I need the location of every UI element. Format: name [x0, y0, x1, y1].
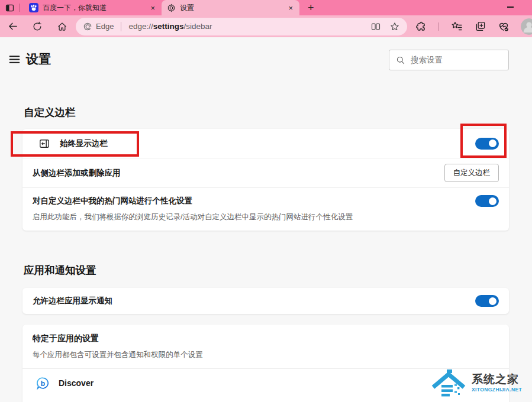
xitongzhijia-logo-icon [430, 368, 469, 398]
browser-toolbar: Edge edge://settings/sidebar [0, 15, 532, 37]
url-text[interactable]: edge://settings/sidebar [128, 22, 212, 31]
refresh-button[interactable] [28, 18, 46, 35]
tab-settings[interactable]: 设置 × [162, 0, 299, 15]
tab-actions-icon[interactable] [5, 3, 15, 13]
row-personalize-sites: 对自定义边栏中我的热门网站进行个性化设置 启用此功能后，我们将根据你的浏览历史记… [22, 188, 509, 230]
search-icon [396, 56, 405, 65]
customize-sidebar-button[interactable]: 自定义边栏 [444, 164, 499, 182]
row-allow-notifications: 允许边栏应用显示通知 [22, 288, 509, 314]
allow-notifications-card: 允许边栏应用显示通知 [22, 288, 509, 314]
url-suffix: /sidebar [183, 22, 212, 31]
personalize-description: 启用此功能后，我们将根据你的浏览历史记录/活动对自定义边栏中显示的热门网站进行个… [33, 212, 499, 222]
tab-title: 百度一下，你就知道 [43, 3, 149, 13]
settings-search[interactable] [389, 50, 509, 70]
personalize-toggle[interactable] [475, 195, 499, 207]
site-badge-label: Edge [96, 22, 114, 31]
watermark-name: 系统之家 [472, 374, 522, 386]
minimize-button[interactable] [502, 0, 518, 14]
menu-icon[interactable] [8, 53, 21, 66]
search-input[interactable] [411, 56, 502, 64]
browser-window: 百度一下，你就知道 × 设置 × + Edge [0, 0, 532, 402]
gear-icon [167, 4, 176, 12]
tab-baidu[interactable]: 百度一下，你就知道 × [24, 0, 162, 15]
url-highlight: settings [153, 22, 184, 31]
app-specific-title: 特定于应用的设置 [33, 333, 499, 344]
always-show-label: 始终显示边栏 [60, 138, 108, 149]
customize-sidebar-card: 始终显示边栏 从侧边栏添加或删除应用 自定义边栏 对自定义边栏中我的热门网站进行… [22, 129, 509, 231]
row-add-remove-apps: 从侧边栏添加或删除应用 自定义边栏 [22, 158, 509, 188]
allow-notifications-label: 允许边栏应用显示通知 [33, 296, 112, 306]
minimize-icon [507, 7, 514, 8]
sidebar-panel-icon [38, 138, 50, 150]
discover-icon-letter: b [41, 379, 45, 387]
new-tab-button[interactable]: + [308, 2, 314, 14]
tab-divider [19, 4, 20, 12]
page-title: 设置 [26, 51, 51, 67]
always-show-toggle[interactable] [475, 138, 499, 150]
favorite-star-icon[interactable] [389, 21, 400, 32]
browser-essentials-icon[interactable] [498, 21, 510, 33]
edge-logo-icon [83, 22, 92, 31]
url-divider [121, 22, 121, 31]
watermark-domain: XITONGZHIJIA.NET [472, 387, 522, 393]
toolbar-divider [439, 22, 439, 31]
tab-title: 设置 [180, 3, 287, 13]
close-icon[interactable]: × [287, 4, 294, 12]
app-specific-description: 每个应用都包含可设置并包含通知和权限的单个设置 [33, 350, 499, 360]
url-prefix: edge:// [128, 22, 153, 31]
app-specific-settings: 特定于应用的设置 每个应用都包含可设置并包含通知和权限的单个设置 [22, 325, 509, 369]
extensions-icon[interactable] [415, 21, 427, 32]
personalize-label: 对自定义边栏中我的热门网站进行个性化设置 [33, 196, 192, 206]
allow-notifications-toggle[interactable] [475, 295, 499, 307]
close-icon[interactable]: × [149, 4, 156, 12]
favorites-list-icon[interactable] [451, 21, 463, 33]
section-heading-app-notifications: 应用和通知设置 [24, 263, 96, 277]
split-screen-icon[interactable] [370, 21, 381, 32]
collections-add-icon[interactable] [475, 21, 486, 32]
tab-bar: 百度一下，你就知道 × 设置 × + [0, 0, 532, 15]
back-button[interactable] [4, 18, 21, 35]
row-always-show-sidebar: 始终显示边栏 [22, 129, 509, 158]
home-button[interactable] [53, 18, 71, 35]
discover-label: Discover [59, 378, 93, 388]
add-remove-label: 从侧边栏添加或删除应用 [33, 168, 121, 179]
baidu-paw-icon [29, 3, 38, 12]
bing-discover-icon: b [36, 377, 50, 390]
section-heading-customize-sidebar: 自定义边栏 [24, 105, 76, 119]
watermark: 系统之家 XITONGZHIJIA.NET [430, 368, 522, 398]
address-bar[interactable]: Edge edge://settings/sidebar [76, 18, 407, 35]
